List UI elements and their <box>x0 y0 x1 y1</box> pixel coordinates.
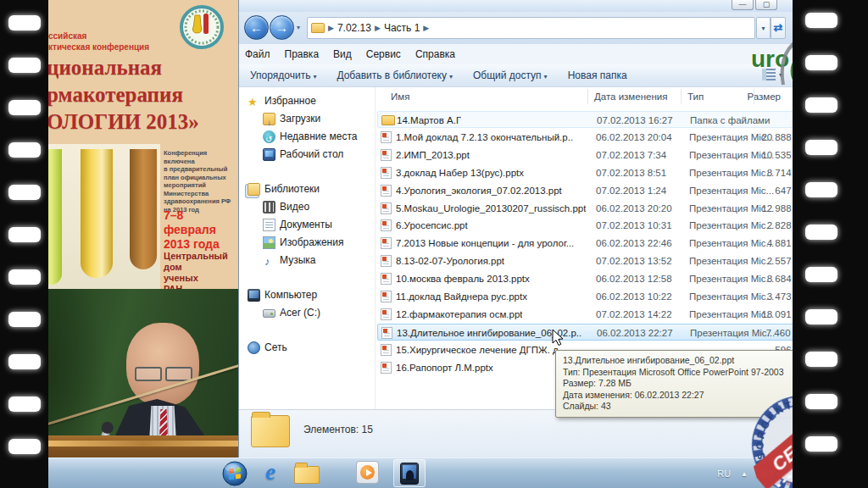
file-row[interactable]: 13.Длительное ингибирование_06_02.p..06.… <box>377 324 806 341</box>
powerpoint-file-icon <box>381 255 392 267</box>
address-bar: ← → ▾ ▶ 7.02.13 ▶ Часть 1 ▶ ▾ ⇄ <box>239 12 793 44</box>
toolbar-button-label: Новая папка <box>568 69 627 81</box>
poster-note-line: план официальных <box>164 174 235 182</box>
sidebar-item-Недавние места[interactable]: Недавние места <box>239 128 375 146</box>
file-row[interactable]: 4.Урология_экология_07.02.2013.ppt07.02.… <box>377 182 806 199</box>
file-type: Папка с файлами <box>690 112 770 129</box>
menu-bar: ФайлПравкаВидСервисСправка <box>239 44 793 64</box>
file-row[interactable]: 3.доклад Набер 13(рус).pptx07.02.2013 8:… <box>377 164 806 181</box>
breadcrumb-folder-icon <box>311 23 325 33</box>
toolbar-button-Добавить в библиотеку[interactable]: Добавить в библиотеку▾ <box>337 69 453 81</box>
toolbar-button-label: Общий доступ <box>473 69 542 81</box>
internet-explorer-icon[interactable]: e <box>259 461 282 485</box>
film-sprocket-hole <box>8 439 41 454</box>
powerpoint-file-icon <box>381 131 392 143</box>
chevron-down-icon: ▾ <box>544 73 548 80</box>
file-row[interactable]: 10.москва февраль 2013.pptx06.02.2013 12… <box>377 270 806 287</box>
sidebar-item-Загрузки[interactable]: Загрузки <box>239 110 375 128</box>
film-sprocket-hole <box>8 142 41 158</box>
file-name: 4.Урология_экология_07.02.2013.ppt <box>396 182 562 199</box>
toolbar-button-Общий доступ[interactable]: Общий доступ▾ <box>473 69 548 81</box>
column-header-Тип[interactable]: Тип <box>687 87 704 106</box>
file-date-modified: 07.02.2013 8:51 <box>596 164 666 181</box>
file-row[interactable]: 14.Мартов А.Г07.02.2013 16:27Папка с фай… <box>377 111 806 128</box>
file-row[interactable]: 7.2013 Новые концепции - для уролог...06… <box>377 235 806 252</box>
file-row[interactable]: 2.ИМП_2013.ppt07.02.2013 7:34Презентация… <box>377 147 806 164</box>
file-name: 11.доклад Вайднера рус.pptx <box>396 288 527 305</box>
file-row[interactable]: 12.фармакотерапия осм.ppt07.02.2013 14:2… <box>377 306 806 323</box>
minimize-button[interactable]: — <box>732 0 754 10</box>
file-row[interactable]: 5.Moskau_Urologie_20130207_russisch.ppt0… <box>377 200 806 217</box>
powerpoint-file-icon <box>381 273 392 285</box>
toolbar-button-Упорядочить[interactable]: Упорядочить▾ <box>250 69 316 81</box>
film-sprocket-hole <box>805 140 837 155</box>
file-row[interactable]: 1.Мой доклад 7.2.13 окончательный.p..06.… <box>377 129 806 146</box>
sidebar-item-Избранное[interactable]: Избранное <box>239 92 375 110</box>
file-row[interactable]: 8.13-02-07-Урология.ppt07.02.2013 13:52П… <box>377 252 806 269</box>
forward-button[interactable]: → <box>270 15 294 40</box>
sidebar-item-label: Компьютер <box>264 286 317 304</box>
sidebar-item-Документы[interactable]: Документы <box>239 216 375 234</box>
film-sprocket-hole <box>8 354 41 369</box>
file-name: 1.Мой доклад 7.2.13 окончательный.p.. <box>396 129 573 146</box>
window-titlebar[interactable]: — ▢ <box>239 0 793 12</box>
column-header-Имя[interactable]: Имя <box>391 87 409 106</box>
sidebar-item-Acer (C:)[interactable]: Acer (C:) <box>239 304 375 322</box>
sidebar-item-Видео[interactable]: Видео <box>239 198 375 216</box>
show-hidden-icons-icon[interactable]: ▲ <box>741 470 748 478</box>
breadcrumb-segment[interactable]: 7.02.13 <box>337 22 371 34</box>
sidebar-item-Рабочий стол[interactable]: Рабочий стол <box>239 146 375 164</box>
powerpoint-file-icon <box>381 237 392 249</box>
film-sprocket-hole <box>805 182 837 197</box>
sidebar-item-Музыка[interactable]: Музыка <box>239 252 375 269</box>
sidebar-item-label: Недавние места <box>280 128 357 146</box>
menu-item-Правка[interactable]: Правка <box>285 48 320 60</box>
language-indicator[interactable]: RU <box>717 469 731 479</box>
downloads-folder-icon <box>263 113 275 125</box>
media-player-icon[interactable] <box>356 461 379 484</box>
menu-item-Вид[interactable]: Вид <box>333 48 352 60</box>
film-strip-left <box>0 0 48 488</box>
film-sprocket-hole <box>8 15 41 30</box>
test-tubes-image <box>48 144 160 289</box>
toolbar-button-Новая папка[interactable]: Новая папка <box>568 69 627 81</box>
film-sprocket-hole <box>805 97 837 113</box>
breadcrumb[interactable]: ▶ 7.02.13 ▶ Часть 1 ▶ <box>307 17 755 39</box>
menu-item-Файл[interactable]: Файл <box>245 48 270 60</box>
file-row[interactable]: 6.Уросепсис.ppt07.02.2013 10:31Презентац… <box>377 217 806 234</box>
sidebar-item-label: Acer (C:) <box>280 304 320 322</box>
column-header-Дата изменения[interactable]: Дата изменения <box>594 87 667 106</box>
menu-item-Сервис[interactable]: Сервис <box>366 48 401 60</box>
poster-title-line2: рмакотерапия <box>48 83 183 107</box>
sidebar-item-label: Документы <box>280 216 332 234</box>
sidebar-item-Изображения[interactable]: Изображения <box>239 234 375 252</box>
recent-places-icon <box>263 130 275 143</box>
poster-note-line: здравоохранения РФ <box>164 197 235 206</box>
breadcrumb-segment[interactable]: Часть 1 <box>384 22 420 34</box>
sidebar-item-Библиотеки[interactable]: Библиотеки <box>239 180 375 198</box>
toolbar-button-label: Добавить в библиотеку <box>337 69 447 81</box>
network-icon <box>248 341 260 354</box>
maximize-button[interactable]: ▢ <box>755 0 777 10</box>
sidebar-group: КомпьютерAcer (C:) <box>239 286 375 322</box>
sidebar-item-Компьютер[interactable]: Компьютер <box>239 286 375 304</box>
back-button[interactable]: ← <box>244 15 269 40</box>
poster-venue: Центральный дом ученых РАН <box>164 251 228 289</box>
folder-preview-icon <box>251 415 290 447</box>
history-dropdown-icon[interactable]: ▾ <box>297 24 300 31</box>
film-sprocket-hole <box>8 185 41 200</box>
powerpoint-file-icon <box>381 185 392 197</box>
start-button[interactable] <box>222 461 248 486</box>
file-name: 3.доклад Набер 13(рус).pptx <box>396 164 524 181</box>
file-date-modified: 07.02.2013 13:52 <box>596 252 672 269</box>
chevron-right-icon: ▶ <box>375 24 381 32</box>
powerpoint-file-icon <box>381 308 392 320</box>
active-app-button[interactable] <box>393 459 426 487</box>
sidebar-item-Сеть[interactable]: Сеть <box>239 339 375 357</box>
file-name: 10.москва февраль 2013.pptx <box>396 270 530 287</box>
menu-item-Справка[interactable]: Справка <box>415 48 455 60</box>
explorer-taskbar-icon[interactable] <box>294 466 320 484</box>
film-strip-right <box>793 0 868 488</box>
file-row[interactable]: 11.доклад Вайднера рус.pptx06.02.2013 10… <box>377 288 806 305</box>
film-sprocket-hole <box>805 309 837 324</box>
